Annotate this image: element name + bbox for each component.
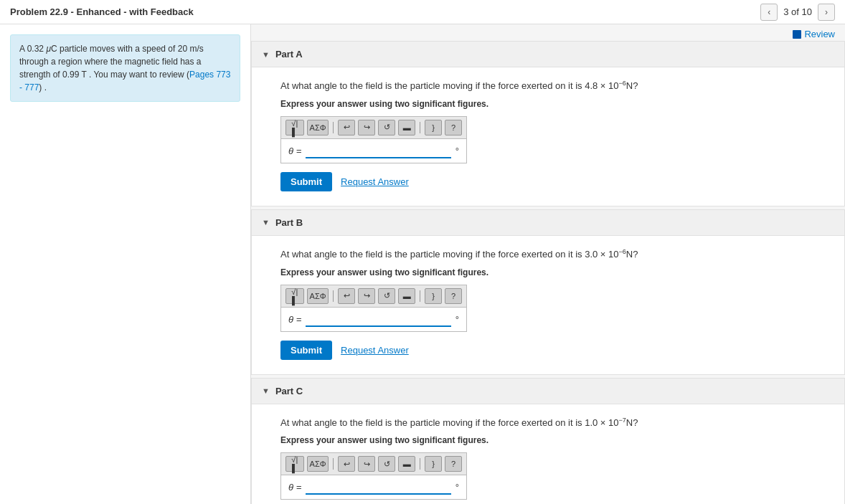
part-c-answer-row: θ = ° — [280, 475, 467, 500]
part-b-help-btn[interactable]: ? — [445, 288, 462, 304]
top-right-area: ‹ 3 of 10 › — [760, 4, 835, 21]
part-a-redo-btn[interactable]: ↪ — [358, 120, 375, 135]
part-b-question: At what angle to the field is the partic… — [280, 247, 830, 262]
part-b-arrow: ▼ — [262, 218, 270, 227]
page-title: Problem 22.9 - Enhanced - with Feedback — [10, 6, 194, 17]
part-a-label: Part A — [275, 49, 303, 60]
part-a-toolbar: √|▌ ΑΣΦ ↩ ↪ ↺ ▬ } ? — [280, 116, 467, 138]
content-area: Review ▼ Part A At what angle to the fie… — [251, 24, 845, 504]
part-a-undo-btn[interactable]: ↩ — [338, 120, 355, 135]
part-a-sep1 — [333, 122, 334, 133]
part-b-theta-label: θ = — [288, 314, 301, 325]
part-c-help-btn[interactable]: ? — [445, 456, 462, 472]
prev-button[interactable]: ‹ — [760, 4, 778, 21]
part-b-degree: ° — [455, 314, 459, 325]
part-c-instructions: Express your answer using two significan… — [280, 435, 830, 445]
part-c-question: At what angle to the field is the partic… — [280, 416, 830, 430]
part-c-redo-btn[interactable]: ↪ — [358, 456, 375, 472]
part-a-keyboard-btn[interactable]: ▬ — [398, 120, 415, 135]
part-c-exponent: −7 — [619, 417, 626, 424]
part-a-question: At what angle to the field is the partic… — [280, 79, 830, 93]
review-area: Review — [251, 24, 845, 41]
part-a-arrow: ▼ — [262, 50, 270, 59]
part-b-sep1 — [333, 290, 334, 302]
header-nav: ‹ 3 of 10 › — [760, 4, 835, 21]
part-c-greek-btn[interactable]: ΑΣΦ — [307, 456, 329, 472]
part-c-body: At what angle to the field is the partic… — [252, 404, 844, 504]
part-a-theta-label: θ = — [288, 146, 301, 156]
header: Problem 22.9 - Enhanced - with Feedback … — [0, 0, 845, 24]
part-b-toolbar: √|▌ ΑΣΦ ↩ ↪ ↺ ▬ } ? — [280, 285, 467, 307]
part-a-refresh-btn[interactable]: ↺ — [378, 120, 395, 135]
part-b-section: ▼ Part B At what angle to the field is t… — [251, 209, 845, 375]
part-c-toolbar: √|▌ ΑΣΦ ↩ ↪ ↺ ▬ } ? — [280, 452, 467, 475]
part-a-instructions: Express your answer using two significan… — [280, 99, 830, 109]
part-a-degree: ° — [455, 146, 459, 156]
part-b-btn-row: Submit Request Answer — [280, 341, 830, 360]
part-b-insert-btn[interactable]: √|▌ — [285, 288, 304, 304]
sidebar: A 0.32 μC particle moves with a speed of… — [0, 24, 251, 504]
part-c-header[interactable]: ▼ Part C — [252, 379, 844, 404]
part-a-greek-btn[interactable]: ΑΣΦ — [307, 120, 329, 135]
part-b-request-link[interactable]: Request Answer — [341, 345, 409, 356]
part-c-theta-label: θ = — [288, 482, 301, 493]
next-button[interactable]: › — [818, 4, 835, 21]
part-b-header[interactable]: ▼ Part B — [252, 210, 844, 236]
part-c-section: ▼ Part C At what angle to the field is t… — [251, 378, 845, 504]
part-b-answer-row: θ = ° — [280, 307, 467, 332]
review-icon — [793, 30, 801, 39]
review-label: Review — [804, 29, 835, 39]
part-a-btn-row: Submit Request Answer — [280, 172, 830, 191]
part-a-help-btn[interactable]: ? — [445, 120, 462, 135]
part-a-answer-row: θ = ° — [280, 138, 467, 163]
part-b-label: Part B — [275, 217, 303, 228]
part-c-keyboard-btn[interactable]: ▬ — [398, 456, 415, 472]
part-a-bracket-btn[interactable]: } — [425, 120, 442, 135]
part-a-input[interactable] — [306, 143, 451, 158]
part-c-arrow: ▼ — [262, 386, 270, 395]
part-a-insert-btn[interactable]: √|▌ — [285, 120, 304, 135]
part-a-header[interactable]: ▼ Part A — [252, 42, 844, 67]
part-c-sep2 — [420, 458, 420, 470]
part-b-exponent: −6 — [619, 248, 626, 255]
part-c-label: Part C — [275, 386, 303, 396]
part-c-refresh-btn[interactable]: ↺ — [378, 456, 395, 472]
pages-link[interactable]: Pages 773 - 777 — [19, 70, 230, 92]
part-a-submit-button[interactable]: Submit — [280, 172, 332, 191]
part-b-submit-button[interactable]: Submit — [280, 341, 332, 360]
part-b-bracket-btn[interactable]: } — [425, 288, 442, 304]
part-a-exponent: −6 — [619, 80, 626, 87]
part-b-input[interactable] — [306, 312, 451, 327]
part-b-instructions: Express your answer using two significan… — [280, 267, 830, 277]
part-b-sep2 — [420, 290, 420, 302]
part-c-degree: ° — [455, 482, 459, 493]
page-count: 3 of 10 — [783, 6, 812, 17]
info-text: A 0.32 μC particle moves with a speed of… — [19, 44, 230, 92]
part-b-greek-btn[interactable]: ΑΣΦ — [307, 288, 329, 304]
part-c-input[interactable] — [306, 480, 451, 495]
part-c-sep1 — [333, 458, 334, 470]
part-a-sep2 — [420, 122, 420, 133]
part-a-request-link[interactable]: Request Answer — [341, 176, 409, 187]
part-a-section: ▼ Part A At what angle to the field is t… — [251, 41, 845, 206]
part-a-body: At what angle to the field is the partic… — [252, 67, 844, 206]
part-c-insert-btn[interactable]: √|▌ — [285, 456, 304, 472]
info-box: A 0.32 μC particle moves with a speed of… — [10, 34, 240, 102]
part-b-keyboard-btn[interactable]: ▬ — [398, 288, 415, 304]
part-b-undo-btn[interactable]: ↩ — [338, 288, 355, 304]
part-b-refresh-btn[interactable]: ↺ — [378, 288, 395, 304]
part-b-body: At what angle to the field is the partic… — [252, 236, 844, 374]
review-link[interactable]: Review — [793, 29, 835, 39]
part-b-redo-btn[interactable]: ↪ — [358, 288, 375, 304]
part-c-bracket-btn[interactable]: } — [425, 456, 442, 472]
main-layout: A 0.32 μC particle moves with a speed of… — [0, 24, 845, 504]
part-c-undo-btn[interactable]: ↩ — [338, 456, 355, 472]
